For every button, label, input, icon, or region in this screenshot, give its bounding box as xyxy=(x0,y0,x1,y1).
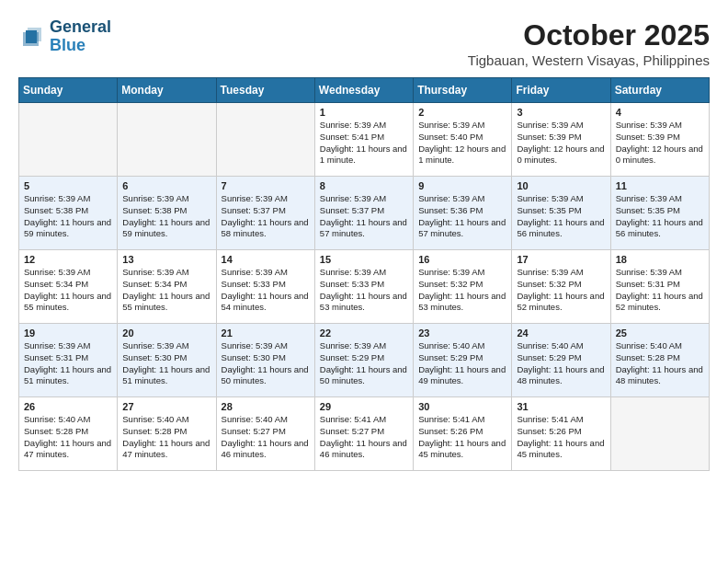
calendar-cell: 23Sunrise: 5:40 AMSunset: 5:29 PMDayligh… xyxy=(414,324,512,397)
day-number: 20 xyxy=(122,327,210,339)
day-number: 12 xyxy=(24,254,112,265)
day-info: Sunrise: 5:41 AMSunset: 5:26 PMDaylight:… xyxy=(418,414,506,461)
day-info: Sunrise: 5:39 AMSunset: 5:31 PMDaylight:… xyxy=(24,340,112,387)
month-title: October 2025 xyxy=(468,18,710,52)
day-info: Sunrise: 5:40 AMSunset: 5:28 PMDaylight:… xyxy=(616,340,704,387)
day-number: 11 xyxy=(616,180,704,191)
calendar-cell: 7Sunrise: 5:39 AMSunset: 5:37 PMDaylight… xyxy=(216,177,314,250)
day-number: 26 xyxy=(24,401,112,412)
calendar-cell: 21Sunrise: 5:39 AMSunset: 5:30 PMDayligh… xyxy=(216,324,314,397)
day-info: Sunrise: 5:39 AMSunset: 5:31 PMDaylight:… xyxy=(616,267,704,314)
calendar-week-3: 12Sunrise: 5:39 AMSunset: 5:34 PMDayligh… xyxy=(19,250,710,324)
day-info: Sunrise: 5:39 AMSunset: 5:39 PMDaylight:… xyxy=(517,120,605,167)
calendar-cell: 15Sunrise: 5:39 AMSunset: 5:33 PMDayligh… xyxy=(314,250,413,324)
day-info: Sunrise: 5:40 AMSunset: 5:27 PMDaylight:… xyxy=(222,414,310,461)
calendar-cell: 8Sunrise: 5:39 AMSunset: 5:37 PMDaylight… xyxy=(314,177,413,250)
day-info: Sunrise: 5:39 AMSunset: 5:34 PMDaylight:… xyxy=(24,267,112,314)
logo-text: General Blue xyxy=(50,18,111,55)
calendar-cell: 9Sunrise: 5:39 AMSunset: 5:36 PMDaylight… xyxy=(414,177,512,250)
day-info: Sunrise: 5:39 AMSunset: 5:30 PMDaylight:… xyxy=(222,340,310,387)
calendar-cell xyxy=(19,103,118,177)
day-number: 27 xyxy=(122,401,210,412)
day-info: Sunrise: 5:39 AMSunset: 5:40 PMDaylight:… xyxy=(418,120,506,167)
day-number: 18 xyxy=(616,254,704,265)
day-info: Sunrise: 5:39 AMSunset: 5:41 PMDaylight:… xyxy=(320,120,408,167)
day-number: 19 xyxy=(24,327,112,339)
calendar-cell xyxy=(216,103,314,177)
day-number: 15 xyxy=(320,254,408,265)
day-number: 23 xyxy=(418,327,506,339)
day-info: Sunrise: 5:40 AMSunset: 5:29 PMDaylight:… xyxy=(418,340,506,387)
calendar-cell: 16Sunrise: 5:39 AMSunset: 5:32 PMDayligh… xyxy=(414,250,512,324)
calendar-cell: 25Sunrise: 5:40 AMSunset: 5:28 PMDayligh… xyxy=(610,324,709,397)
day-info: Sunrise: 5:40 AMSunset: 5:28 PMDaylight:… xyxy=(24,414,112,461)
calendar-cell: 27Sunrise: 5:40 AMSunset: 5:28 PMDayligh… xyxy=(118,397,216,471)
day-info: Sunrise: 5:39 AMSunset: 5:37 PMDaylight:… xyxy=(222,193,310,240)
calendar-cell: 14Sunrise: 5:39 AMSunset: 5:33 PMDayligh… xyxy=(216,250,314,324)
day-number: 21 xyxy=(222,327,310,339)
day-number: 16 xyxy=(418,254,506,265)
day-info: Sunrise: 5:39 AMSunset: 5:30 PMDaylight:… xyxy=(122,340,210,387)
day-info: Sunrise: 5:41 AMSunset: 5:27 PMDaylight:… xyxy=(320,414,408,461)
day-info: Sunrise: 5:39 AMSunset: 5:32 PMDaylight:… xyxy=(517,267,605,314)
header-sunday: Sunday xyxy=(19,78,118,103)
calendar-cell: 28Sunrise: 5:40 AMSunset: 5:27 PMDayligh… xyxy=(216,397,314,471)
calendar-cell: 24Sunrise: 5:40 AMSunset: 5:29 PMDayligh… xyxy=(512,324,610,397)
calendar-cell: 31Sunrise: 5:41 AMSunset: 5:26 PMDayligh… xyxy=(512,397,610,471)
calendar-cell: 3Sunrise: 5:39 AMSunset: 5:39 PMDaylight… xyxy=(512,103,610,177)
calendar-cell: 22Sunrise: 5:39 AMSunset: 5:29 PMDayligh… xyxy=(314,324,413,397)
page-header: General Blue October 2025 Tigbauan, West… xyxy=(18,18,710,68)
day-info: Sunrise: 5:39 AMSunset: 5:32 PMDaylight:… xyxy=(418,267,506,314)
day-info: Sunrise: 5:39 AMSunset: 5:33 PMDaylight:… xyxy=(222,267,310,314)
day-info: Sunrise: 5:39 AMSunset: 5:34 PMDaylight:… xyxy=(122,267,210,314)
calendar-cell: 17Sunrise: 5:39 AMSunset: 5:32 PMDayligh… xyxy=(512,250,610,324)
day-number: 13 xyxy=(122,254,210,265)
day-info: Sunrise: 5:39 AMSunset: 5:35 PMDaylight:… xyxy=(616,193,704,240)
header-saturday: Saturday xyxy=(610,78,709,103)
day-info: Sunrise: 5:39 AMSunset: 5:39 PMDaylight:… xyxy=(616,120,704,167)
day-number: 31 xyxy=(517,401,605,412)
day-number: 8 xyxy=(320,180,408,191)
calendar-cell: 29Sunrise: 5:41 AMSunset: 5:27 PMDayligh… xyxy=(314,397,413,471)
day-number: 1 xyxy=(320,107,408,118)
calendar-cell: 30Sunrise: 5:41 AMSunset: 5:26 PMDayligh… xyxy=(414,397,512,471)
calendar-cell: 20Sunrise: 5:39 AMSunset: 5:30 PMDayligh… xyxy=(118,324,216,397)
day-number: 6 xyxy=(122,180,210,191)
calendar-cell: 26Sunrise: 5:40 AMSunset: 5:28 PMDayligh… xyxy=(19,397,118,471)
calendar-cell: 6Sunrise: 5:39 AMSunset: 5:38 PMDaylight… xyxy=(118,177,216,250)
calendar-cell: 4Sunrise: 5:39 AMSunset: 5:39 PMDaylight… xyxy=(610,103,709,177)
day-number: 22 xyxy=(320,327,408,339)
header-thursday: Thursday xyxy=(414,78,512,103)
calendar-cell xyxy=(610,397,709,471)
svg-marker-3 xyxy=(26,30,37,43)
location-title: Tigbauan, Western Visayas, Philippines xyxy=(468,52,710,68)
day-number: 3 xyxy=(517,107,605,118)
calendar-cell: 19Sunrise: 5:39 AMSunset: 5:31 PMDayligh… xyxy=(19,324,118,397)
calendar-cell: 12Sunrise: 5:39 AMSunset: 5:34 PMDayligh… xyxy=(19,250,118,324)
header-monday: Monday xyxy=(118,78,216,103)
calendar-cell: 5Sunrise: 5:39 AMSunset: 5:38 PMDaylight… xyxy=(19,177,118,250)
day-info: Sunrise: 5:41 AMSunset: 5:26 PMDaylight:… xyxy=(517,414,605,461)
header-wednesday: Wednesday xyxy=(314,78,413,103)
calendar-week-1: 1Sunrise: 5:39 AMSunset: 5:41 PMDaylight… xyxy=(19,103,710,177)
day-number: 25 xyxy=(616,327,704,339)
day-number: 5 xyxy=(24,180,112,191)
day-info: Sunrise: 5:39 AMSunset: 5:38 PMDaylight:… xyxy=(24,193,112,240)
day-info: Sunrise: 5:39 AMSunset: 5:36 PMDaylight:… xyxy=(418,193,506,240)
header-tuesday: Tuesday xyxy=(216,78,314,103)
day-number: 29 xyxy=(320,401,408,412)
day-number: 4 xyxy=(616,107,704,118)
day-info: Sunrise: 5:40 AMSunset: 5:29 PMDaylight:… xyxy=(517,340,605,387)
day-number: 28 xyxy=(222,401,310,412)
day-info: Sunrise: 5:39 AMSunset: 5:38 PMDaylight:… xyxy=(122,193,210,240)
calendar-cell: 10Sunrise: 5:39 AMSunset: 5:35 PMDayligh… xyxy=(512,177,610,250)
day-number: 17 xyxy=(517,254,605,265)
day-number: 10 xyxy=(517,180,605,191)
day-info: Sunrise: 5:40 AMSunset: 5:28 PMDaylight:… xyxy=(122,414,210,461)
logo: General Blue xyxy=(18,18,111,55)
calendar-cell: 1Sunrise: 5:39 AMSunset: 5:41 PMDaylight… xyxy=(314,103,413,177)
calendar-week-5: 26Sunrise: 5:40 AMSunset: 5:28 PMDayligh… xyxy=(19,397,710,471)
calendar-cell xyxy=(118,103,216,177)
calendar-header-row: SundayMondayTuesdayWednesdayThursdayFrid… xyxy=(19,78,710,103)
calendar-cell: 11Sunrise: 5:39 AMSunset: 5:35 PMDayligh… xyxy=(610,177,709,250)
